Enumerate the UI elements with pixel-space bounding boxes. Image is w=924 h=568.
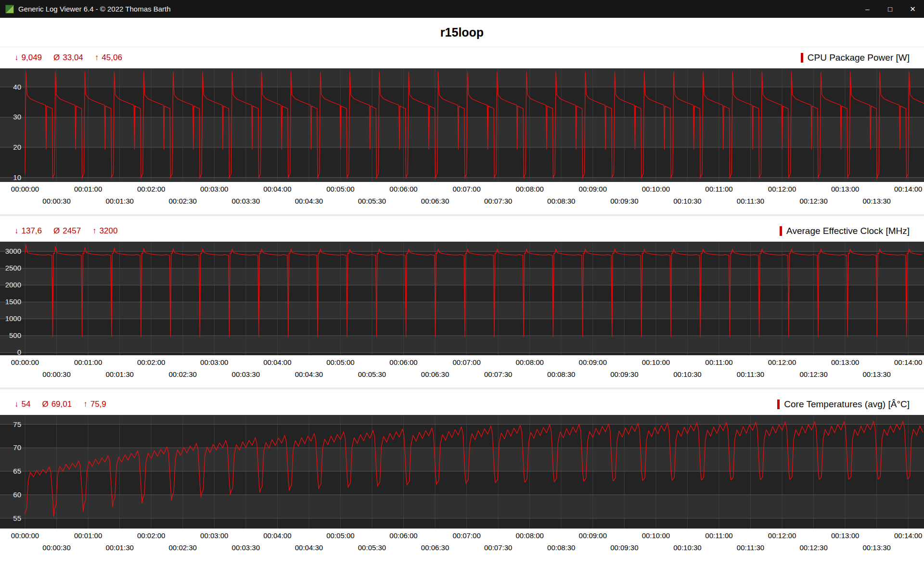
avg-icon: Ø [53,53,60,63]
x-tick-label: 00:04:00 [263,358,291,366]
y-tick-label: 75 [13,420,21,428]
stat-avg-value: 69,01 [51,400,72,409]
chart-title: Average Effective Clock [MHz] [780,226,910,236]
x-tick-label: 00:03:00 [200,531,228,540]
chart-plot-area[interactable]: 050010001500200025003000 [0,242,924,355]
x-tick-label: 00:09:30 [610,197,638,205]
section-divider [0,383,924,394]
stat-avg: Ø 69,01 [42,400,72,409]
plot-band [0,495,924,518]
plot-band [0,251,924,268]
x-tick-label: 00:01:30 [105,370,133,378]
min-arrow-icon: ↓ [14,226,19,236]
chart-title-text: Core Temperatures (avg) [Â°C] [784,399,910,410]
x-tick-label: 00:02:30 [169,197,197,205]
stat-avg-value: 2457 [63,226,81,236]
x-tick-label: 00:13:30 [862,197,890,205]
x-tick-label: 00:09:30 [610,370,638,378]
x-tick-label: 00:02:00 [137,531,165,540]
title-bar: Generic Log Viewer 6.4 - © 2022 Thomas B… [0,0,924,18]
x-tick-label: 00:13:00 [831,358,859,366]
stat-max: ↑ 45,06 [95,53,122,63]
x-axis-labels: 00:00:0000:01:0000:02:0000:03:0000:04:00… [0,529,924,556]
x-tick-label: 00:12:30 [799,197,827,205]
legend-marker-icon [801,53,803,63]
x-tick-label: 00:01:00 [74,358,102,366]
x-tick-label: 00:04:30 [295,543,323,552]
chart-canvas[interactable]: 10203040 [0,68,924,182]
x-tick-label: 00:10:30 [673,370,701,378]
stat-avg: Ø 33,04 [53,53,83,63]
x-tick-label: 00:11:30 [737,197,764,205]
stats-group: ↓ 54 Ø 69,01 ↑ 75,9 [14,400,106,409]
x-tick-label: 00:08:00 [515,531,543,540]
close-button[interactable]: ✕ [901,0,924,18]
x-tick-label: 00:01:00 [74,185,102,193]
plot-band [0,448,924,471]
minimize-button[interactable]: – [856,0,879,18]
x-tick-label: 00:03:30 [232,197,260,205]
x-tick-label: 00:07:00 [452,358,480,366]
x-tick-label: 00:07:30 [484,370,512,378]
x-tick-label: 00:09:00 [579,185,607,193]
stats-row: ↓ 54 Ø 69,01 ↑ 75,9 Core Temperatures (a… [0,394,924,415]
x-tick-label: 00:04:00 [263,185,291,193]
x-tick-label: 00:07:30 [484,543,512,552]
x-tick-label: 00:09:00 [579,358,607,366]
app-icon[interactable] [5,5,14,13]
x-tick-label: 00:05:00 [326,531,354,540]
plot-band [0,471,924,495]
stat-max-value: 45,06 [102,53,122,63]
x-tick-label: 00:00:00 [11,531,39,540]
x-tick-label: 00:11:00 [705,358,732,366]
x-tick-label: 00:02:30 [169,543,197,552]
plot-band [0,336,924,352]
chart-title-text: CPU Package Power [W] [808,52,910,63]
x-axis-labels: 00:00:0000:01:0000:02:0000:03:0000:04:00… [0,182,924,210]
x-tick-label: 00:13:00 [831,185,859,193]
chart-canvas[interactable]: 050010001500200025003000 [0,242,924,355]
x-tick-label: 00:10:30 [673,543,701,552]
x-tick-label: 00:08:00 [515,185,543,193]
x-tick-label: 00:07:00 [452,531,480,540]
plot-band [0,268,924,285]
x-tick-label: 00:08:00 [515,358,543,366]
x-tick-label: 00:07:00 [452,185,480,193]
chart-section-cpu-package-power: ↓ 9,049 Ø 33,04 ↑ 45,06 CPU Package Powe… [0,47,924,210]
x-tick-label: 00:01:30 [105,543,133,552]
app-window: Generic Log Viewer 6.4 - © 2022 Thomas B… [0,0,924,556]
x-tick-label: 00:00:00 [11,185,39,193]
x-tick-label: 00:10:00 [642,531,670,540]
chart-title: CPU Package Power [W] [801,52,910,63]
x-tick-label: 00:02:30 [169,370,197,378]
x-tick-label: 00:01:30 [105,197,133,205]
legend-marker-icon [777,400,780,409]
x-tick-label: 00:12:30 [799,543,827,552]
chart-plot-area[interactable]: 5560657075 [0,415,924,529]
max-arrow-icon: ↑ [95,53,99,63]
x-tick-label: 00:10:00 [642,358,670,366]
x-tick-label: 00:11:00 [705,185,732,193]
min-arrow-icon: ↓ [14,53,19,63]
stat-min-value: 54 [22,400,31,409]
y-tick-label: 0 [17,348,21,355]
x-tick-label: 00:12:00 [768,531,796,540]
x-tick-label: 00:14:00 [894,531,922,540]
x-tick-label: 00:13:00 [831,531,859,540]
x-tick-label: 00:01:00 [74,531,102,540]
chart-canvas[interactable]: 5560657075 [0,415,924,529]
stat-max-value: 3200 [100,226,118,236]
x-tick-label: 00:05:00 [326,185,354,193]
x-tick-label: 00:06:00 [389,531,417,540]
x-tick-label: 00:05:30 [358,543,386,552]
plot-band [0,285,924,302]
max-arrow-icon: ↑ [92,226,97,236]
avg-icon: Ø [42,400,48,409]
plot-band [0,518,924,529]
x-tick-label: 00:12:30 [799,370,827,378]
x-tick-label: 00:00:30 [42,197,70,205]
x-tick-label: 00:02:00 [137,358,165,366]
maximize-button[interactable]: □ [879,0,901,18]
chart-plot-area[interactable]: 10203040 [0,68,924,182]
stat-max: ↑ 75,9 [83,400,106,409]
